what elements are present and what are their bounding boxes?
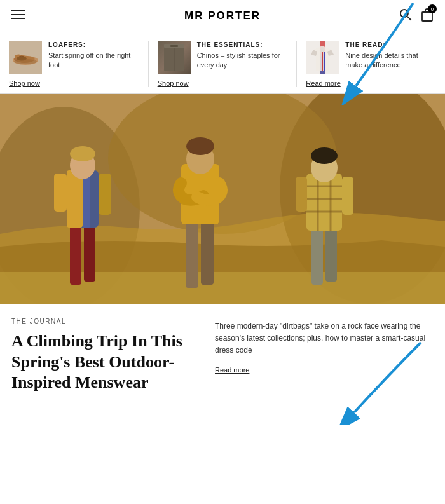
svg-rect-32 bbox=[201, 218, 214, 285]
hero-scene bbox=[0, 94, 445, 304]
hamburger-icon[interactable] bbox=[11, 10, 25, 22]
promo-essentials-desc: Chinos – stylish staples for every day bbox=[197, 51, 288, 71]
promo-loafers-link[interactable]: Shop now bbox=[9, 79, 40, 87]
svg-rect-5 bbox=[422, 12, 432, 21]
header: MR PORTER 0 bbox=[0, 0, 445, 32]
journal-section: THE JOURNAL A Climbing Trip In This Spri… bbox=[0, 304, 445, 405]
svg-point-3 bbox=[400, 10, 408, 17]
promo-essentials-row: THE ESSENTIALS: Chinos – stylish staples… bbox=[158, 41, 288, 74]
svg-point-47 bbox=[311, 147, 338, 164]
journal-label: THE JOURNAL bbox=[11, 318, 202, 325]
promo-read-desc: Nine design details that make a differen… bbox=[345, 51, 436, 71]
svg-rect-13 bbox=[170, 45, 178, 47]
svg-rect-44 bbox=[296, 177, 307, 212]
svg-line-4 bbox=[407, 17, 411, 20]
search-icon[interactable] bbox=[399, 8, 412, 24]
svg-rect-28 bbox=[99, 174, 111, 215]
svg-point-9 bbox=[14, 59, 37, 64]
svg-rect-37 bbox=[325, 224, 337, 282]
svg-rect-31 bbox=[186, 218, 198, 288]
promo-strip: LOAFERS: Start spring off on the right f… bbox=[0, 32, 445, 94]
journal-read-more-link[interactable]: Read more bbox=[215, 366, 249, 374]
promo-loafers-label: LOAFERS: bbox=[48, 41, 139, 48]
promo-loafers-text: LOAFERS: Start spring off on the right f… bbox=[48, 41, 139, 71]
chinos-thumbnail bbox=[158, 41, 191, 74]
svg-rect-45 bbox=[342, 177, 353, 215]
svg-rect-27 bbox=[54, 174, 67, 212]
svg-rect-23 bbox=[84, 221, 95, 282]
bag-icon-wrapper[interactable]: 0 bbox=[421, 8, 434, 24]
promo-essentials-link[interactable]: Shop now bbox=[158, 79, 189, 87]
svg-rect-22 bbox=[70, 221, 81, 285]
journal-right: Three modern-day "dirtbags" take on a ro… bbox=[215, 318, 434, 393]
header-left bbox=[11, 10, 25, 22]
promo-essentials: THE ESSENTIALS: Chinos – stylish staples… bbox=[149, 41, 298, 87]
svg-point-35 bbox=[186, 137, 214, 155]
journal-description: Three modern-day "dirtbags" take on a ro… bbox=[215, 320, 434, 357]
read-thumbnail bbox=[306, 41, 339, 74]
promo-loafers: LOAFERS: Start spring off on the right f… bbox=[0, 41, 149, 87]
journal-title: A Climbing Trip In This Spring's Best Ou… bbox=[11, 331, 202, 393]
promo-read-link[interactable]: Read more bbox=[306, 79, 340, 87]
promo-read-label: THE READ: bbox=[345, 41, 436, 48]
promo-read-text: THE READ: Nine design details that make … bbox=[345, 41, 436, 71]
hero-image bbox=[0, 94, 445, 304]
svg-point-30 bbox=[70, 146, 95, 161]
promo-essentials-label: THE ESSENTIALS: bbox=[197, 41, 288, 48]
site-logo[interactable]: MR PORTER bbox=[184, 10, 261, 22]
bag-count: 0 bbox=[428, 4, 437, 13]
header-right: 0 bbox=[399, 8, 434, 24]
promo-read: THE READ: Nine design details that make … bbox=[297, 41, 445, 87]
svg-rect-21 bbox=[0, 272, 445, 304]
promo-read-row: THE READ: Nine design details that make … bbox=[306, 41, 436, 74]
svg-rect-36 bbox=[312, 224, 323, 285]
promo-essentials-text: THE ESSENTIALS: Chinos – stylish staples… bbox=[197, 41, 288, 71]
loafers-thumbnail bbox=[9, 41, 42, 74]
promo-loafers-row: LOAFERS: Start spring off on the right f… bbox=[9, 41, 139, 74]
promo-loafers-desc: Start spring off on the right foot bbox=[48, 51, 139, 71]
journal-left: THE JOURNAL A Climbing Trip In This Spri… bbox=[11, 318, 202, 393]
